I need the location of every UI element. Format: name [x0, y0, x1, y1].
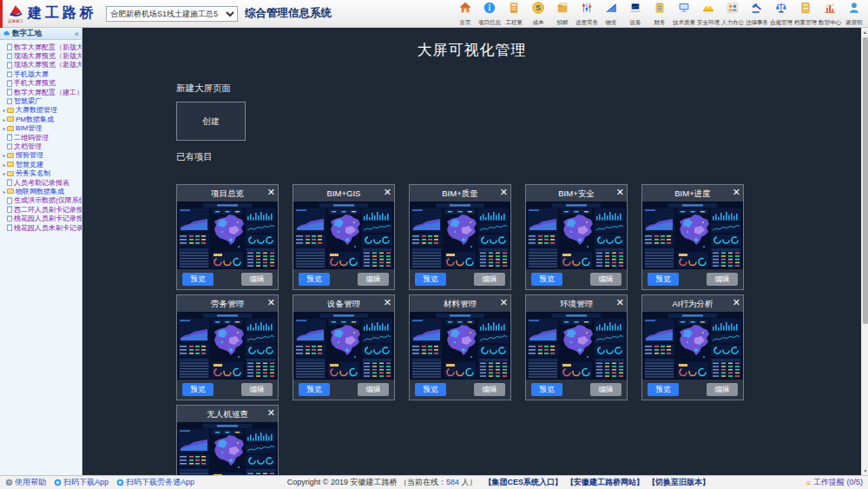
sidebar-item-18[interactable]: 西二环人员刷卡记录报表 — [2, 205, 82, 214]
sidebar-item-label: 二维码管理 — [14, 133, 49, 142]
preview-button[interactable]: 预览 — [299, 383, 330, 396]
close-icon[interactable]: ✕ — [267, 295, 275, 312]
online-count: 584 — [446, 478, 459, 486]
sidebar-item-8[interactable]: ▸PM数据集成 — [2, 115, 82, 123]
nav-item-gavel[interactable]: 法律事务 — [745, 1, 769, 27]
sidebar-item-7[interactable]: ▸大屏数据管理 — [2, 106, 82, 115]
nav-item-home[interactable]: 首页 — [453, 1, 477, 27]
nav-item-equipment[interactable]: 设备 — [623, 1, 648, 27]
sidebar-item-16[interactable]: ▸物联网数据集成 — [2, 187, 82, 195]
footer-site-link-2[interactable]: 【切换至旧版本】 — [648, 478, 710, 486]
footer-site-link-0[interactable]: 【集团CES系统入口】 — [483, 478, 562, 486]
sidebar-collapse-icon[interactable]: « — [75, 30, 79, 38]
sidebar-item-3[interactable]: 手机版大屏 — [2, 69, 82, 78]
scroll-up-icon[interactable]: ▲ — [862, 28, 868, 36]
new-screen-section-label: 新建大屏页面 — [176, 83, 861, 95]
preview-button[interactable]: 预览 — [648, 383, 679, 396]
close-icon[interactable]: ✕ — [384, 185, 391, 202]
page-title: 大屏可视化管理 — [82, 40, 861, 60]
edit-button[interactable]: 编辑 — [474, 383, 505, 396]
sidebar-item-9[interactable]: ▸BIM管理 — [2, 124, 82, 133]
footer-left-link-0[interactable]: ?使用帮助 — [5, 477, 46, 488]
close-icon[interactable]: ✕ — [616, 185, 624, 202]
preview-button[interactable]: 预览 — [531, 383, 562, 396]
create-button[interactable]: 创建 — [176, 102, 246, 141]
project-select[interactable]: 合肥新桥机场S1线土建施工总5 — [106, 6, 238, 22]
edit-button[interactable]: 编辑 — [474, 273, 505, 286]
card-title: BIM+GIS — [293, 185, 394, 202]
sidebar-item-15[interactable]: 人员考勤记录报表 — [2, 178, 82, 187]
nav-item-calculator[interactable]: 工程量 — [502, 1, 526, 27]
nav-item-user[interactable]: 谢晨明 — [842, 1, 866, 27]
edit-button[interactable]: 编辑 — [707, 383, 738, 396]
nav-item-sliders[interactable]: 进度劳务 — [575, 1, 599, 27]
work-reminder[interactable]: ≡ 工作提醒 (0/5) — [806, 477, 863, 488]
preview-button[interactable]: 预览 — [415, 273, 446, 286]
nav-item-bar-chart[interactable]: 数智中心 — [818, 1, 842, 27]
sidebar-item-10[interactable]: 二维码管理 — [2, 133, 82, 142]
nav-item-helmet[interactable]: 安全环境 — [696, 1, 720, 27]
preview-button[interactable]: 预览 — [299, 273, 330, 286]
nav-item-info[interactable]: 项目信息 — [477, 1, 502, 27]
card-thumbnail — [526, 312, 627, 380]
close-icon[interactable]: ✕ — [500, 295, 508, 312]
company-logo[interactable]: 安徽建工 建工路桥 — [7, 4, 97, 23]
preview-button[interactable]: 预览 — [182, 273, 214, 286]
dashboard-card-0: 项目总览✕预览编辑 — [176, 184, 279, 290]
sidebar-item-4[interactable]: 手机大屏预览 — [2, 79, 82, 88]
nav-item-people[interactable]: 人力办公 — [720, 1, 745, 27]
sidebar-item-6[interactable]: 智慧梁厂 — [2, 96, 82, 105]
edit-button[interactable]: 编辑 — [707, 273, 738, 286]
preview-button[interactable]: 预览 — [415, 383, 446, 396]
dashboard-card-5: 劳务管理✕预览编辑 — [176, 294, 279, 400]
preview-button[interactable]: 预览 — [531, 273, 562, 286]
card-header: BIM+安全✕ — [526, 185, 627, 202]
sidebar-item-19[interactable]: 桃花园人员刷卡记录报表 — [2, 214, 82, 222]
scroll-down-icon[interactable]: ▼ — [862, 466, 868, 475]
close-icon[interactable]: ✕ — [733, 295, 740, 312]
sidebar-item-14[interactable]: ▸劳务实名制 — [2, 169, 82, 177]
vertical-scrollbar[interactable]: ▲ ▼ — [861, 28, 868, 475]
edit-button[interactable]: 编辑 — [241, 273, 273, 286]
sidebar-item-11[interactable]: 文档管理 — [2, 142, 82, 150]
sidebar-item-20[interactable]: 桃花园人员未刷卡记录报表 — [2, 223, 82, 232]
edit-button[interactable]: 编辑 — [590, 273, 621, 286]
edit-button[interactable]: 编辑 — [358, 273, 389, 286]
dashboard-thumbnail — [642, 312, 743, 380]
close-icon[interactable]: ✕ — [733, 185, 740, 202]
close-icon[interactable]: ✕ — [267, 406, 275, 422]
sidebar-item-12[interactable]: ▸报验管理 — [2, 151, 82, 160]
nav-item-cost-coin[interactable]: S成本 — [526, 1, 550, 27]
sidebar-item-13[interactable]: ▸智慧党建 — [2, 160, 82, 169]
nav-item-bid-folder[interactable]: 招标 — [550, 1, 575, 27]
footer-site-link-1[interactable]: 【安徽建工路桥网站】 — [566, 478, 644, 486]
sidebar-item-1[interactable]: 现场大屏预览（新版大屏） — [2, 51, 82, 60]
nav-item-scales[interactable]: 合规管理 — [769, 1, 793, 27]
footer-left-link-2[interactable]: 扫码下载劳务通App — [116, 477, 194, 488]
nav-item-archive[interactable]: 档案管理 — [793, 1, 818, 27]
close-icon[interactable]: ✕ — [384, 295, 391, 312]
nav-item-monitor[interactable]: 技术质量 — [672, 1, 696, 27]
preview-button[interactable]: 预览 — [182, 383, 214, 396]
card-header: 设备管理✕ — [293, 295, 394, 312]
sidebar-item-label: 现场大屏预览（新版大屏） — [14, 51, 82, 60]
sidebar-item-0[interactable]: 数字大屏配置（新版大屏） — [2, 43, 82, 51]
scrollbar-thumb[interactable] — [863, 37, 868, 324]
close-icon[interactable]: ✕ — [267, 185, 275, 202]
edit-button[interactable]: 编辑 — [241, 383, 273, 396]
close-icon[interactable]: ✕ — [616, 295, 624, 312]
sidebar-item-5[interactable]: 数字大屏配置（建工） — [2, 88, 82, 96]
preview-button[interactable]: 预览 — [648, 273, 679, 286]
sidebar-item-17[interactable]: 生成演示数据(仅限系统管理) — [2, 196, 82, 205]
nav-item-materials[interactable]: 物资 — [599, 1, 623, 27]
footer-link-label: 扫码下载劳务通App — [126, 477, 194, 488]
footer-left-link-1[interactable]: 扫码下载App — [54, 477, 108, 488]
sidebar-item-2[interactable]: 现场大屏预览（老版大屏） — [2, 61, 82, 69]
nav-item-finance-book[interactable]: 财务 — [648, 1, 672, 27]
edit-button[interactable]: 编辑 — [358, 383, 389, 396]
dashboard-thumbnail — [526, 202, 627, 269]
edit-button[interactable]: 编辑 — [590, 383, 621, 396]
card-header: 项目总览✕ — [177, 185, 278, 202]
nav-item-label: 首页 — [459, 17, 470, 25]
close-icon[interactable]: ✕ — [500, 185, 508, 202]
